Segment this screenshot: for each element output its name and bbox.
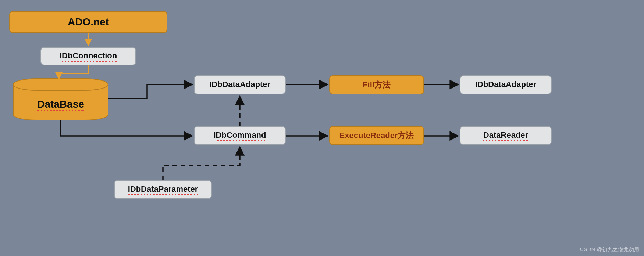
node-label: ADO.net	[68, 16, 109, 28]
node-label: IDbDataParameter	[128, 184, 198, 195]
node-idbconnection: IDbConnection	[40, 47, 136, 65]
node-database: DataBase	[13, 78, 108, 120]
node-label: IDbConnection	[60, 51, 117, 62]
node-label: IDbCommand	[214, 130, 266, 141]
node-datareader: DataReader	[460, 126, 552, 145]
edge-db-to-command	[61, 120, 192, 136]
node-label: IDbDataAdapter	[475, 80, 536, 90]
edge-param-to-command-dashed	[163, 147, 240, 180]
node-fill: Fill方法	[329, 75, 424, 94]
node-idbcommand: IDbCommand	[194, 126, 286, 145]
cylinder-top	[13, 78, 108, 91]
node-idbdataparameter: IDbDataParameter	[114, 180, 212, 199]
node-label: DataReader	[483, 130, 528, 141]
node-label: DataBase	[13, 98, 108, 110]
node-ado-net: ADO.net	[9, 11, 167, 33]
node-executereader: ExecuteReader方法	[329, 126, 424, 145]
node-label: IDbDataAdapter	[209, 80, 270, 90]
node-label: Fill方法	[363, 79, 391, 90]
watermark: CSDN @初九之潜龙勿用	[580, 246, 640, 253]
node-idbdataadapter-1: IDbDataAdapter	[194, 75, 286, 94]
node-label: ExecuteReader方法	[339, 130, 414, 141]
edge-connection-to-db	[59, 65, 88, 79]
edge-db-to-adapter	[108, 84, 192, 98]
node-idbdataadapter-2: IDbDataAdapter	[460, 75, 552, 94]
